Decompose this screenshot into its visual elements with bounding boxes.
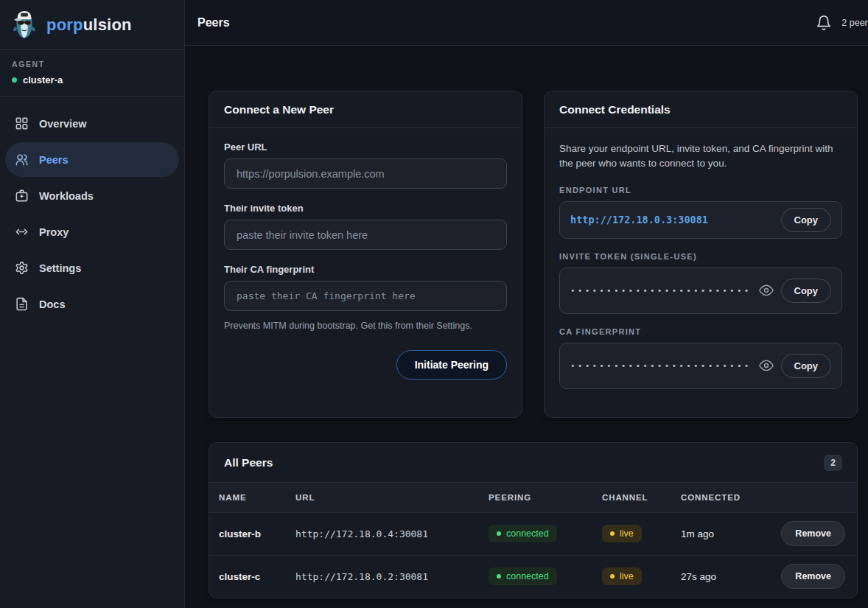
agent-section: AGENT cluster-a <box>0 50 184 97</box>
column-header-connected: CONNECTED <box>681 493 764 502</box>
content: Connect a New Peer Peer URL Their invite… <box>185 46 868 608</box>
initiate-peering-button[interactable]: Initiate Peering <box>396 350 507 380</box>
sidebar-nav: Overview Peers Workloads Proxy Sett <box>0 97 184 331</box>
peering-status-badge: connected <box>489 525 557 542</box>
gear-icon <box>15 261 29 275</box>
peer-count-badge: 2 <box>824 455 842 471</box>
column-header-channel: CHANNEL <box>602 493 681 502</box>
peer-url: http://172.18.0.2:30081 <box>295 571 489 582</box>
peering-status-badge: connected <box>489 567 557 585</box>
reveal-ca-fingerprint-button[interactable] <box>759 358 774 373</box>
briefcase-icon <box>15 189 29 203</box>
sidebar-item-label: Peers <box>39 154 69 166</box>
main-area: Peers 2 peers Connect a New Peer Peer UR… <box>185 0 868 608</box>
copy-invite-token-button[interactable]: Copy <box>781 279 832 303</box>
page-title: Peers <box>197 16 230 29</box>
peer-count-text: 2 peers <box>841 18 868 28</box>
agent-name: cluster-a <box>23 74 63 85</box>
document-icon <box>15 297 29 311</box>
sidebar-item-label: Docs <box>39 298 65 310</box>
sidebar-item-peers[interactable]: Peers <box>5 142 179 177</box>
grid-icon <box>15 116 29 130</box>
channel-status-badge: live <box>602 525 642 542</box>
card-title: Connect Credentials <box>559 103 671 116</box>
arrows-left-right-icon <box>15 225 29 239</box>
bell-icon[interactable] <box>816 15 832 31</box>
sidebar-item-label: Workloads <box>39 190 94 202</box>
reveal-invite-token-button[interactable] <box>759 283 774 298</box>
remove-peer-button[interactable]: Remove <box>781 564 845 589</box>
invite-token-label: Their invite token <box>224 203 507 214</box>
sidebar-item-label: Settings <box>39 262 81 274</box>
ca-fingerprint-box: •••••••••••••••••••••••••••… Copy <box>559 343 842 389</box>
invite-token-box: •••••••••••••••••••••••••••… Copy <box>559 268 842 314</box>
ca-fingerprint-section-label: CA FINGERPRINT <box>559 327 842 336</box>
endpoint-url-value: http://172.18.0.3:30081 <box>570 214 774 226</box>
mitm-hint-text: Prevents MITM during bootstrap. Get this… <box>224 321 507 331</box>
endpoint-url-label: ENDPOINT URL <box>559 186 842 195</box>
porpoise-logo-icon <box>9 8 40 42</box>
invite-token-input[interactable] <box>224 220 507 250</box>
channel-status-badge: live <box>602 567 642 585</box>
table-header-row: NAME URL PEERING CHANNEL CONNECTED <box>209 483 857 512</box>
brand: porpulsion <box>0 0 184 50</box>
table-row: cluster-c http://172.18.0.2:30081 connec… <box>209 555 857 598</box>
connect-new-peer-card: Connect a New Peer Peer URL Their invite… <box>209 91 522 418</box>
topbar: Peers 2 peers <box>185 0 868 46</box>
invite-token-masked-value: •••••••••••••••••••••••••••… <box>570 286 752 296</box>
status-dot <box>497 531 501 536</box>
peer-name: cluster-b <box>219 528 295 539</box>
status-dot <box>497 574 501 579</box>
eye-icon <box>759 358 774 373</box>
ca-fingerprint-input[interactable] <box>224 281 507 311</box>
agent-label: AGENT <box>12 60 172 69</box>
card-title: Connect a New Peer <box>224 103 334 116</box>
invite-token-section-label: INVITE TOKEN (SINGLE-USE) <box>559 252 842 261</box>
connected-time: 27s ago <box>681 571 764 582</box>
agent-status-dot <box>12 77 17 83</box>
endpoint-url-box: http://172.18.0.3:30081 Copy <box>559 201 842 239</box>
column-header-name: NAME <box>219 493 295 502</box>
sidebar-item-settings[interactable]: Settings <box>5 251 179 285</box>
connect-credentials-card: Connect Credentials Share your endpoint … <box>544 91 858 418</box>
table-row: cluster-b http://172.18.0.4:30081 connec… <box>209 512 857 555</box>
sidebar-item-proxy[interactable]: Proxy <box>5 214 179 249</box>
users-icon <box>15 153 29 167</box>
status-dot <box>610 574 615 579</box>
column-header-url: URL <box>295 493 489 502</box>
all-peers-card: All Peers 2 NAME URL PEERING CHANNEL CON… <box>209 442 858 598</box>
card-title: All Peers <box>224 456 273 469</box>
brand-name: porpulsion <box>46 15 132 35</box>
ca-fingerprint-label: Their CA fingerprint <box>224 264 507 275</box>
copy-ca-fingerprint-button[interactable]: Copy <box>781 354 832 378</box>
eye-icon <box>759 283 774 298</box>
column-header-peering: PEERING <box>489 493 602 502</box>
connected-time: 1m ago <box>681 528 764 539</box>
peer-name: cluster-c <box>219 571 295 582</box>
status-dot <box>610 531 615 536</box>
remove-peer-button[interactable]: Remove <box>781 521 845 546</box>
sidebar-item-docs[interactable]: Docs <box>5 287 179 321</box>
sidebar-item-overview[interactable]: Overview <box>5 106 179 141</box>
sidebar-item-workloads[interactable]: Workloads <box>5 178 179 213</box>
peer-url-label: Peer URL <box>224 141 507 153</box>
sidebar: porpulsion AGENT cluster-a Overview Peer… <box>0 0 185 608</box>
ca-fingerprint-masked-value: •••••••••••••••••••••••••••… <box>570 361 752 371</box>
credentials-description: Share your endpoint URL, invite token, a… <box>559 141 842 172</box>
sidebar-item-label: Proxy <box>39 226 69 238</box>
peer-url-input[interactable] <box>224 158 507 189</box>
copy-endpoint-button[interactable]: Copy <box>781 208 832 232</box>
sidebar-item-label: Overview <box>39 118 87 130</box>
peer-url: http://172.18.0.4:30081 <box>295 528 489 539</box>
